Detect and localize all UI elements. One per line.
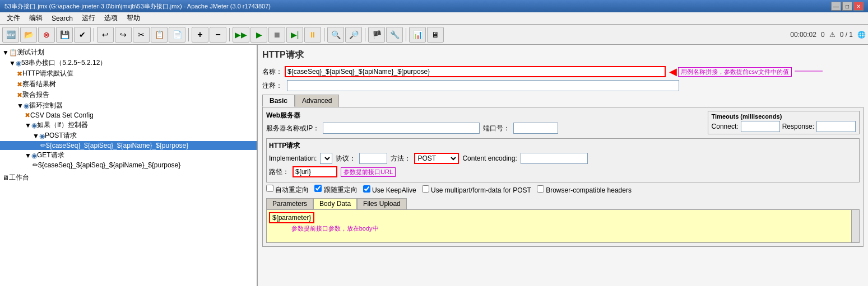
sub-tab-parameters[interactable]: Parameters: [266, 198, 313, 209]
pause-button[interactable]: ⏸: [304, 27, 321, 43]
report-button[interactable]: 📊: [409, 27, 426, 43]
step-button[interactable]: ▶|: [286, 27, 303, 43]
server-input[interactable]: [323, 123, 480, 134]
response-input[interactable]: [816, 121, 856, 132]
node-label: 聚合报告: [22, 90, 49, 100]
port-label: 端口号：: [483, 124, 510, 133]
path-input[interactable]: [293, 166, 337, 177]
protocol-label: 协议：: [336, 154, 356, 163]
tree-node-view-results[interactable]: ✖ 察看结果树: [0, 79, 257, 90]
cb-keepalive-input[interactable]: [363, 185, 370, 193]
annotation-line: [795, 65, 823, 77]
tree-node-post-req[interactable]: ▼ ◉ POST请求: [0, 130, 257, 141]
menu-file[interactable]: 文件: [2, 12, 25, 24]
cb-follow-redirect-input[interactable]: [314, 185, 322, 192]
tab-basic[interactable]: Basic: [262, 95, 295, 107]
run-button[interactable]: ▶: [250, 27, 267, 43]
remove-button[interactable]: −: [210, 27, 226, 43]
cb-keepalive[interactable]: Use KeepAlive: [363, 185, 416, 194]
cb-auto-redirect[interactable]: 自动重定向: [266, 185, 309, 195]
search2-button[interactable]: 🔎: [345, 27, 362, 43]
tree-node-aggregate[interactable]: ✖ 聚合报告: [0, 90, 257, 100]
body-data-area: ${parameter} 参数提前接口参数，放在body中: [266, 209, 860, 243]
elapsed-time: 00:00:02: [790, 31, 816, 39]
tab-advanced[interactable]: Advanced: [295, 95, 339, 107]
undo-button[interactable]: ↩: [97, 27, 114, 43]
cut-button[interactable]: ✂: [133, 27, 150, 43]
open-button[interactable]: 📂: [20, 27, 37, 43]
add-button[interactable]: +: [192, 27, 208, 43]
protocol-input[interactable]: [359, 153, 387, 164]
tree-node-loop-ctrl[interactable]: ▼ ◉ 循环控制器: [0, 100, 257, 111]
method-select[interactable]: POST GET PUT DELETE: [414, 153, 459, 164]
menu-edit[interactable]: 编辑: [25, 12, 47, 24]
run-all-button[interactable]: ▶▶: [233, 27, 249, 43]
tree-node-csv-config[interactable]: ✖ CSV Data Set Config: [0, 111, 257, 120]
title-bar: 53串办接口.jmx (G:\apache-jmeter-3.0\bin\jmx…: [0, 0, 868, 12]
search-button[interactable]: 🔍: [327, 27, 344, 43]
copy-button[interactable]: 📋: [151, 27, 168, 43]
encoding-label: Content encoding:: [462, 154, 517, 162]
method-label: 方法：: [391, 154, 411, 163]
separator-3: [229, 28, 230, 41]
clear-button[interactable]: ⊗: [38, 27, 55, 43]
flag-button[interactable]: 🏴: [368, 27, 385, 43]
left-panel: ▼ 📋 测试计划 ▼ ◉ 53串办接口（5.2.5~5.2.12） ✖ HTTP…: [0, 45, 258, 286]
node-icon: ✖: [17, 91, 22, 99]
tree-node-http-default[interactable]: ✖ HTTP请求默认值: [0, 68, 257, 79]
impl-select[interactable]: [320, 153, 332, 164]
monitor-button[interactable]: 🖥: [427, 27, 444, 43]
port-input[interactable]: [513, 123, 558, 134]
paste-button[interactable]: 📄: [169, 27, 185, 43]
scrollbar[interactable]: [851, 210, 859, 242]
settings-button[interactable]: 🔧: [386, 27, 403, 43]
check-button[interactable]: ✔: [74, 27, 91, 43]
new-button[interactable]: 🆕: [2, 27, 19, 43]
expand-icon: ▼: [17, 102, 24, 110]
tree-node-test-plan[interactable]: ▼ 📋 测试计划: [0, 47, 257, 58]
menu-help[interactable]: 帮助: [122, 12, 145, 24]
minimize-button[interactable]: —: [831, 2, 841, 11]
toolbar-time-area: 00:00:02 0 ⚠ 0 / 1 🌐: [790, 31, 866, 39]
tree-node-53-interface[interactable]: ▼ ◉ 53串办接口（5.2.5~5.2.12）: [0, 58, 257, 68]
page-info: 0 / 1: [840, 31, 853, 39]
node-label: ${caseSeq}_${apiSeq}_${apiName}_${purpos…: [46, 142, 188, 149]
node-label: 工作台: [9, 173, 29, 182]
cb-auto-redirect-input[interactable]: [266, 185, 273, 192]
sub-tab-body-data[interactable]: Body Data: [313, 198, 357, 209]
web-server-row: 服务器名称或IP： 端口号：: [266, 123, 703, 134]
tree-node-selected-req[interactable]: ✏ ${caseSeq}_${apiSeq}_${apiName}_${purp…: [0, 141, 257, 150]
title-text: 53串办接口.jmx (G:\apache-jmeter-3.0\bin\jmx…: [4, 2, 271, 11]
arrow-icon: ◀: [669, 65, 677, 78]
toolbar: 🆕 📂 ⊗ 💾 ✔ ↩ ↪ ✂ 📋 📄 + − ▶▶ ▶ ⏹ ▶| ⏸ 🔍 🔎 …: [0, 25, 868, 45]
http-inner-section: HTTP请求 Implementation: 协议： 方法： POST GET …: [266, 138, 860, 182]
panel-title: HTTP请求: [262, 49, 864, 61]
tree-node-if-ctrl[interactable]: ▼ ◉ 如果（If）控制器: [0, 120, 257, 130]
cb-multipart[interactable]: Use multipart/form-data for POST: [422, 185, 531, 194]
cb-browser-compat-input[interactable]: [537, 185, 544, 193]
stop-button[interactable]: ⏹: [268, 27, 285, 43]
expand-icon: ▼: [25, 152, 31, 160]
cb-follow-redirect[interactable]: 跟随重定向: [314, 185, 357, 195]
encoding-input[interactable]: [521, 153, 588, 164]
node-label: 察看结果树: [22, 79, 56, 89]
name-label: 名称：: [262, 67, 285, 77]
menu-run[interactable]: 运行: [77, 12, 100, 24]
maximize-button[interactable]: □: [842, 2, 852, 11]
tree-node-get-sub-req[interactable]: ✏ ${caseSeq}_${apiSeq}_${apiName}_${purp…: [0, 161, 257, 170]
menu-options[interactable]: 选项: [100, 12, 122, 24]
menu-search[interactable]: Search: [47, 13, 77, 24]
close-button[interactable]: ✕: [853, 2, 864, 11]
note-input[interactable]: [287, 80, 679, 91]
tree-node-get-req[interactable]: ▼ ◉ GET请求: [0, 150, 257, 161]
cb-multipart-input[interactable]: [422, 185, 429, 193]
save-button[interactable]: 💾: [56, 27, 73, 43]
response-label: Response:: [782, 123, 814, 130]
tree-node-workbench[interactable]: 🖥 工作台: [0, 172, 257, 184]
sub-tab-files-upload[interactable]: Files Upload: [357, 198, 407, 209]
cb-browser-compat[interactable]: Browser-compatible headers: [537, 185, 632, 194]
name-input[interactable]: [285, 66, 666, 77]
connect-input[interactable]: [741, 121, 780, 132]
separator-4: [324, 28, 324, 41]
redo-button[interactable]: ↪: [115, 27, 132, 43]
